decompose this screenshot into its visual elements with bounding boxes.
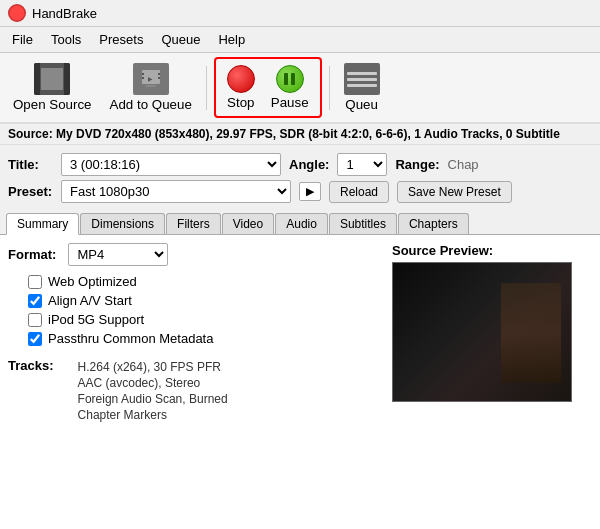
pause-label: Pause <box>271 95 309 110</box>
add-to-queue-icon: ▶ <box>133 63 169 95</box>
add-to-queue-button[interactable]: ▶ Add to Queue <box>103 59 199 116</box>
tab-audio[interactable]: Audio <box>275 213 328 234</box>
passthru-checkbox[interactable] <box>28 332 42 346</box>
preview-figure <box>501 283 561 383</box>
left-panel: Format: MP4 MKV Web Optimized Align A/V … <box>8 243 392 529</box>
checkbox-passthru: Passthru Common Metadata <box>28 331 392 346</box>
menu-file[interactable]: File <box>4 29 41 50</box>
pause-button[interactable]: Pause <box>264 61 316 114</box>
tab-subtitles[interactable]: Subtitles <box>329 213 397 234</box>
preview-box <box>392 262 572 402</box>
angle-label: Angle: <box>289 157 329 172</box>
format-label: Format: <box>8 247 56 262</box>
queue-button[interactable]: Queu <box>337 59 387 116</box>
checkbox-web-optimized: Web Optimized <box>28 274 392 289</box>
form-area: Title: 3 (00:18:16) Angle: 1 Range: Chap… <box>0 145 600 211</box>
title-bar-text: HandBrake <box>32 6 97 21</box>
web-optimized-checkbox[interactable] <box>28 275 42 289</box>
menu-bar: File Tools Presets Queue Help <box>0 27 600 53</box>
track-item: H.264 (x264), 30 FPS PFR <box>78 360 228 374</box>
range-label: Range: <box>395 157 439 172</box>
source-value: My DVD <box>56 127 101 141</box>
stop-pause-group: Stop Pause <box>214 57 322 118</box>
format-row: Format: MP4 MKV <box>8 243 392 266</box>
pause-icon <box>276 65 304 93</box>
tracks-section: Tracks: H.264 (x264), 30 FPS PFR AAC (av… <box>8 358 392 424</box>
menu-queue[interactable]: Queue <box>153 29 208 50</box>
toolbar: Open Source ▶ Add to Queue Stop <box>0 53 600 124</box>
open-source-icon <box>34 63 70 95</box>
menu-tools[interactable]: Tools <box>43 29 89 50</box>
queue-label: Queu <box>345 97 378 112</box>
title-bar: HandBrake <box>0 0 600 27</box>
track-item: Foreign Audio Scan, Burned <box>78 392 228 406</box>
main-content: Format: MP4 MKV Web Optimized Align A/V … <box>0 235 600 529</box>
ipod-label: iPod 5G Support <box>48 312 144 327</box>
svg-rect-2 <box>142 77 144 79</box>
checkbox-ipod: iPod 5G Support <box>28 312 392 327</box>
right-panel: Source Preview: <box>392 243 592 529</box>
title-label: Title: <box>8 157 53 172</box>
source-bar: Source: My DVD 720x480 (853x480), 29.97 … <box>0 124 600 145</box>
preset-label: Preset: <box>8 184 53 199</box>
svg-rect-6 <box>146 85 156 87</box>
tabs-bar: Summary Dimensions Filters Video Audio S… <box>0 213 600 235</box>
source-preview-title: Source Preview: <box>392 243 592 258</box>
web-optimized-label: Web Optimized <box>48 274 137 289</box>
track-item: Chapter Markers <box>78 408 228 422</box>
queue-icon <box>344 63 380 95</box>
svg-rect-4 <box>158 77 160 79</box>
ipod-checkbox[interactable] <box>28 313 42 327</box>
format-select[interactable]: MP4 MKV <box>68 243 168 266</box>
open-source-label: Open Source <box>13 97 92 112</box>
stop-label: Stop <box>227 95 254 110</box>
tab-chapters[interactable]: Chapters <box>398 213 469 234</box>
svg-rect-1 <box>142 73 144 75</box>
source-details: 720x480 (853x480), 29.97 FPS, SDR (8-bit… <box>105 127 560 141</box>
source-key: Source: <box>8 127 53 141</box>
tracks-label: Tracks: <box>8 358 54 373</box>
track-item: AAC (avcodec), Stereo <box>78 376 228 390</box>
preset-arrow-button[interactable]: ▶ <box>299 182 321 201</box>
angle-select[interactable]: 1 <box>337 153 387 176</box>
title-row: Title: 3 (00:18:16) Angle: 1 Range: Chap <box>8 153 592 176</box>
toolbar-separator-1 <box>206 66 207 110</box>
passthru-label: Passthru Common Metadata <box>48 331 213 346</box>
reload-button[interactable]: Reload <box>329 181 389 203</box>
stop-icon <box>227 65 255 93</box>
range-value: Chap <box>448 157 479 172</box>
align-av-checkbox[interactable] <box>28 294 42 308</box>
title-select[interactable]: 3 (00:18:16) <box>61 153 281 176</box>
app-icon <box>8 4 26 22</box>
open-source-button[interactable]: Open Source <box>6 59 99 116</box>
save-preset-button[interactable]: Save New Preset <box>397 181 512 203</box>
svg-rect-3 <box>158 73 160 75</box>
tab-dimensions[interactable]: Dimensions <box>80 213 165 234</box>
svg-text:▶: ▶ <box>148 76 153 82</box>
tab-video[interactable]: Video <box>222 213 274 234</box>
menu-help[interactable]: Help <box>210 29 253 50</box>
tab-summary[interactable]: Summary <box>6 213 79 235</box>
menu-presets[interactable]: Presets <box>91 29 151 50</box>
align-av-label: Align A/V Start <box>48 293 132 308</box>
preset-row: Preset: Fast 1080p30 ▶ Reload Save New P… <box>8 180 592 203</box>
add-to-queue-label: Add to Queue <box>110 97 192 112</box>
preset-select[interactable]: Fast 1080p30 <box>61 180 291 203</box>
toolbar-separator-2 <box>329 66 330 110</box>
checkbox-align-av: Align A/V Start <box>28 293 392 308</box>
tab-filters[interactable]: Filters <box>166 213 221 234</box>
stop-button[interactable]: Stop <box>220 61 262 114</box>
